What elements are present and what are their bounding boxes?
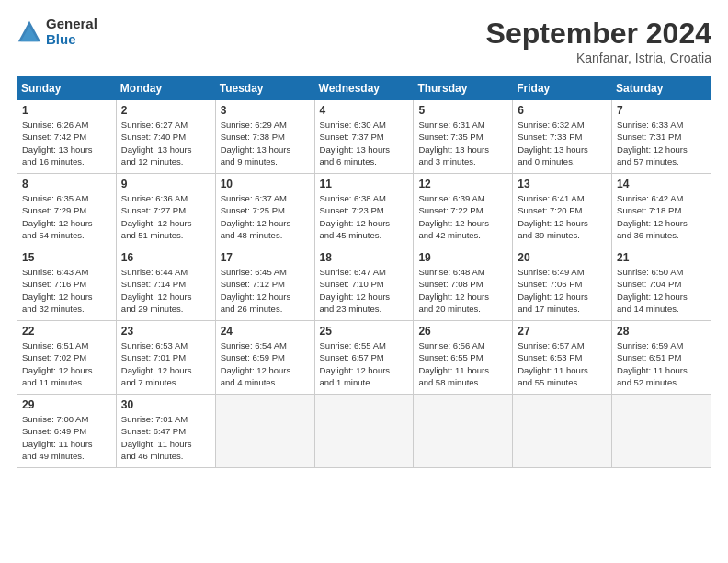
col-friday: Friday — [513, 77, 612, 100]
calendar-cell — [612, 395, 711, 468]
calendar-cell: 21 Sunrise: 6:50 AM Sunset: 7:04 PM Dayl… — [612, 247, 711, 321]
calendar-row: 1 Sunrise: 6:26 AM Sunset: 7:42 PM Dayli… — [17, 100, 711, 174]
day-number: 27 — [518, 325, 608, 338]
day-info: Sunrise: 6:57 AM Sunset: 6:53 PM Dayligh… — [518, 339, 608, 388]
day-info: Sunrise: 6:59 AM Sunset: 6:51 PM Dayligh… — [617, 339, 707, 388]
calendar-cell: 5 Sunrise: 6:31 AM Sunset: 7:35 PM Dayli… — [414, 100, 513, 174]
calendar-row: 15 Sunrise: 6:43 AM Sunset: 7:16 PM Dayl… — [17, 247, 711, 321]
day-number: 30 — [121, 398, 211, 411]
day-number: 21 — [617, 251, 707, 264]
calendar-cell: 22 Sunrise: 6:51 AM Sunset: 7:02 PM Dayl… — [17, 321, 117, 395]
col-saturday: Saturday — [612, 77, 711, 100]
day-number: 12 — [418, 178, 508, 190]
calendar-cell: 30 Sunrise: 7:01 AM Sunset: 6:47 PM Dayl… — [116, 395, 215, 468]
calendar-table: Sunday Monday Tuesday Wednesday Thursday… — [17, 76, 711, 468]
logo: General Blue — [17, 17, 97, 47]
calendar-cell: 25 Sunrise: 6:55 AM Sunset: 6:57 PM Dayl… — [314, 321, 414, 395]
calendar-row: 29 Sunrise: 7:00 AM Sunset: 6:49 PM Dayl… — [17, 395, 711, 468]
day-info: Sunrise: 6:39 AM Sunset: 7:22 PM Dayligh… — [418, 192, 508, 241]
day-info: Sunrise: 6:49 AM Sunset: 7:06 PM Dayligh… — [518, 266, 608, 315]
calendar-cell: 20 Sunrise: 6:49 AM Sunset: 7:06 PM Dayl… — [513, 247, 612, 321]
calendar-cell: 7 Sunrise: 6:33 AM Sunset: 7:31 PM Dayli… — [612, 100, 711, 174]
calendar-cell: 18 Sunrise: 6:47 AM Sunset: 7:10 PM Dayl… — [314, 247, 414, 321]
calendar-cell: 6 Sunrise: 6:32 AM Sunset: 7:33 PM Dayli… — [513, 100, 612, 174]
day-number: 19 — [418, 251, 508, 264]
col-sunday: Sunday — [17, 77, 117, 100]
day-info: Sunrise: 6:50 AM Sunset: 7:04 PM Dayligh… — [617, 266, 707, 315]
calendar-cell: 23 Sunrise: 6:53 AM Sunset: 7:01 PM Dayl… — [116, 321, 215, 395]
calendar-cell: 17 Sunrise: 6:45 AM Sunset: 7:12 PM Dayl… — [215, 247, 314, 321]
logo-general: General — [46, 17, 97, 32]
day-info: Sunrise: 6:42 AM Sunset: 7:18 PM Dayligh… — [617, 192, 707, 241]
calendar-cell: 16 Sunrise: 6:44 AM Sunset: 7:14 PM Dayl… — [116, 247, 215, 321]
day-number: 18 — [320, 251, 410, 264]
day-number: 9 — [121, 178, 211, 190]
calendar-row: 22 Sunrise: 6:51 AM Sunset: 7:02 PM Dayl… — [17, 321, 711, 395]
day-number: 26 — [418, 325, 508, 338]
day-info: Sunrise: 6:29 AM Sunset: 7:38 PM Dayligh… — [221, 119, 311, 167]
day-number: 5 — [418, 104, 508, 117]
day-info: Sunrise: 6:51 AM Sunset: 7:02 PM Dayligh… — [22, 339, 112, 388]
header-row: Sunday Monday Tuesday Wednesday Thursday… — [17, 77, 711, 100]
day-info: Sunrise: 7:01 AM Sunset: 6:47 PM Dayligh… — [121, 413, 211, 462]
day-number: 25 — [320, 325, 410, 338]
calendar-cell: 2 Sunrise: 6:27 AM Sunset: 7:40 PM Dayli… — [116, 100, 215, 174]
calendar-cell: 27 Sunrise: 6:57 AM Sunset: 6:53 PM Dayl… — [513, 321, 612, 395]
day-info: Sunrise: 6:54 AM Sunset: 6:59 PM Dayligh… — [221, 339, 311, 388]
calendar-cell: 10 Sunrise: 6:37 AM Sunset: 7:25 PM Dayl… — [215, 174, 314, 247]
day-number: 23 — [121, 325, 211, 338]
header: General Blue September 2024 Kanfanar, Is… — [17, 17, 711, 65]
calendar-cell: 28 Sunrise: 6:59 AM Sunset: 6:51 PM Dayl… — [612, 321, 711, 395]
calendar-cell: 3 Sunrise: 6:29 AM Sunset: 7:38 PM Dayli… — [215, 100, 314, 174]
day-number: 1 — [22, 104, 112, 117]
logo-icon — [17, 19, 42, 45]
day-info: Sunrise: 6:45 AM Sunset: 7:12 PM Dayligh… — [221, 266, 311, 315]
day-number: 16 — [121, 251, 211, 264]
col-monday: Monday — [116, 77, 215, 100]
day-number: 7 — [617, 104, 707, 117]
day-info: Sunrise: 6:27 AM Sunset: 7:40 PM Dayligh… — [121, 119, 211, 167]
day-info: Sunrise: 6:32 AM Sunset: 7:33 PM Dayligh… — [518, 119, 608, 167]
calendar-cell: 26 Sunrise: 6:56 AM Sunset: 6:55 PM Dayl… — [414, 321, 513, 395]
day-number: 8 — [22, 178, 112, 190]
day-info: Sunrise: 6:30 AM Sunset: 7:37 PM Dayligh… — [320, 119, 410, 167]
calendar-cell: 1 Sunrise: 6:26 AM Sunset: 7:42 PM Dayli… — [17, 100, 117, 174]
day-info: Sunrise: 7:00 AM Sunset: 6:49 PM Dayligh… — [22, 413, 112, 462]
logo-text: General Blue — [46, 17, 97, 47]
day-info: Sunrise: 6:43 AM Sunset: 7:16 PM Dayligh… — [22, 266, 112, 315]
day-info: Sunrise: 6:35 AM Sunset: 7:29 PM Dayligh… — [22, 192, 112, 241]
day-number: 3 — [221, 104, 311, 117]
calendar-cell: 13 Sunrise: 6:41 AM Sunset: 7:20 PM Dayl… — [513, 174, 612, 247]
calendar-row: 8 Sunrise: 6:35 AM Sunset: 7:29 PM Dayli… — [17, 174, 711, 247]
day-info: Sunrise: 6:41 AM Sunset: 7:20 PM Dayligh… — [518, 192, 608, 241]
day-info: Sunrise: 6:26 AM Sunset: 7:42 PM Dayligh… — [22, 119, 112, 167]
col-wednesday: Wednesday — [314, 77, 414, 100]
day-number: 11 — [320, 178, 410, 190]
day-number: 17 — [221, 251, 311, 264]
calendar-cell: 11 Sunrise: 6:38 AM Sunset: 7:23 PM Dayl… — [314, 174, 414, 247]
calendar-cell: 29 Sunrise: 7:00 AM Sunset: 6:49 PM Dayl… — [17, 395, 117, 468]
calendar-cell — [414, 395, 513, 468]
location: Kanfanar, Istria, Croatia — [486, 51, 711, 65]
day-info: Sunrise: 6:38 AM Sunset: 7:23 PM Dayligh… — [320, 192, 410, 241]
calendar-cell: 14 Sunrise: 6:42 AM Sunset: 7:18 PM Dayl… — [612, 174, 711, 247]
calendar-cell — [314, 395, 414, 468]
day-info: Sunrise: 6:56 AM Sunset: 6:55 PM Dayligh… — [418, 339, 508, 388]
calendar-cell: 15 Sunrise: 6:43 AM Sunset: 7:16 PM Dayl… — [17, 247, 117, 321]
day-info: Sunrise: 6:37 AM Sunset: 7:25 PM Dayligh… — [221, 192, 311, 241]
day-info: Sunrise: 6:53 AM Sunset: 7:01 PM Dayligh… — [121, 339, 211, 388]
month-title: September 2024 — [486, 17, 711, 51]
calendar-cell — [215, 395, 314, 468]
day-info: Sunrise: 6:47 AM Sunset: 7:10 PM Dayligh… — [320, 266, 410, 315]
calendar-cell: 19 Sunrise: 6:48 AM Sunset: 7:08 PM Dayl… — [414, 247, 513, 321]
day-number: 4 — [320, 104, 410, 117]
day-number: 15 — [22, 251, 112, 264]
day-info: Sunrise: 6:48 AM Sunset: 7:08 PM Dayligh… — [418, 266, 508, 315]
calendar-cell: 24 Sunrise: 6:54 AM Sunset: 6:59 PM Dayl… — [215, 321, 314, 395]
calendar-cell: 9 Sunrise: 6:36 AM Sunset: 7:27 PM Dayli… — [116, 174, 215, 247]
day-number: 2 — [121, 104, 211, 117]
calendar-cell: 12 Sunrise: 6:39 AM Sunset: 7:22 PM Dayl… — [414, 174, 513, 247]
day-number: 28 — [617, 325, 707, 338]
day-number: 29 — [22, 398, 112, 411]
page: General Blue September 2024 Kanfanar, Is… — [0, 0, 728, 477]
